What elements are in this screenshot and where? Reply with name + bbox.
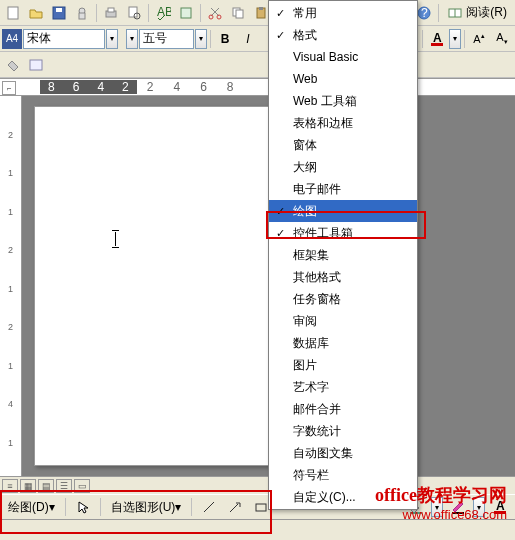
menu-item-21[interactable]: 符号栏 [269,464,417,486]
print-icon[interactable] [100,2,122,24]
separator [96,4,97,22]
autoshape-button[interactable]: 自选图形(U) ▾ [107,497,186,517]
separator [438,4,439,22]
line-color-dropdown-icon[interactable]: ▾ [473,497,485,517]
svg-rect-16 [259,7,263,10]
font-color-icon[interactable]: A [426,28,448,50]
menu-item-12[interactable]: 其他格式 [269,266,417,288]
check-icon: ✓ [269,205,291,218]
menu-item-label: 图片 [291,357,417,374]
font-color-dropdown-icon[interactable]: ▾ [449,29,461,49]
menu-item-18[interactable]: 邮件合并 [269,398,417,420]
menu-item-label: 常用 [291,5,417,22]
menu-item-19[interactable]: 字数统计 [269,420,417,442]
permission-icon[interactable] [71,2,93,24]
read-mode-button[interactable]: 阅读(R) [442,2,513,24]
menu-item-6[interactable]: 窗体 [269,134,417,156]
menu-item-4[interactable]: Web 工具箱 [269,90,417,112]
document-page[interactable] [34,106,294,466]
menu-item-16[interactable]: 图片 [269,354,417,376]
web-view-icon[interactable]: ▦ [20,479,36,493]
select-pointer-icon[interactable] [72,496,94,518]
drawing-toolbar: 绘图(D) ▾ 自选图形(U) ▾ ▾ ▾ A [0,494,515,520]
menu-item-7[interactable]: 大纲 [269,156,417,178]
menu-item-3[interactable]: Web [269,68,417,90]
grow-font-icon[interactable]: A▴ [468,28,490,50]
code-icon[interactable] [25,54,47,76]
copy-icon[interactable] [227,2,249,24]
font-indicator-icon: A4 [2,29,22,49]
menu-item-label: 任务窗格 [291,291,417,308]
menu-item-1[interactable]: ✓格式 [269,24,417,46]
menu-item-17[interactable]: 艺术字 [269,376,417,398]
font-size: 五号 [143,30,167,47]
svg-line-26 [204,502,214,512]
menu-item-22[interactable]: 自定义(C)... [269,486,417,508]
italic-icon[interactable]: I [237,28,259,50]
menu-item-2[interactable]: Visual Basic [269,46,417,68]
svg-rect-30 [452,512,464,514]
check-icon: ✓ [269,29,291,42]
svg-text:ABC: ABC [157,5,171,19]
menu-item-label: 绘图 [291,203,417,220]
reading-view-icon[interactable]: ▭ [74,479,90,493]
menu-item-15[interactable]: 数据库 [269,332,417,354]
spellcheck-icon[interactable]: ABC [152,2,174,24]
menu-item-11[interactable]: 框架集 [269,244,417,266]
menu-item-label: 艺术字 [291,379,417,396]
menu-item-9[interactable]: ✓绘图 [269,200,417,222]
standard-toolbar: ABC 100% ▾ ? 阅读(R) [0,0,515,26]
menu-item-label: 符号栏 [291,467,417,484]
new-doc-icon[interactable] [2,2,24,24]
print-view-icon[interactable]: ▤ [38,479,54,493]
ruler-corner-icon[interactable]: ⌐ [2,81,16,95]
size-dropdown-icon[interactable]: ▾ [195,29,207,49]
research-icon[interactable] [175,2,197,24]
outline-view-icon[interactable]: ☰ [56,479,72,493]
menu-item-20[interactable]: 自动图文集 [269,442,417,464]
line-tool-icon[interactable] [198,496,220,518]
menu-item-label: Visual Basic [291,50,417,64]
svg-rect-28 [256,504,266,511]
read-label: 阅读(R) [466,4,507,21]
menu-item-label: 其他格式 [291,269,417,286]
menu-item-0[interactable]: ✓常用 [269,2,417,24]
shrink-font-icon[interactable]: A▾ [491,28,513,50]
menu-item-label: 框架集 [291,247,417,264]
svg-rect-29 [410,512,422,514]
draw-menu-button[interactable]: 绘图(D) ▾ [4,497,59,517]
font-dropdown-icon[interactable]: ▾ [106,29,118,49]
text-cursor [115,232,116,246]
cut-icon[interactable] [204,2,226,24]
menu-item-14[interactable]: 审阅 [269,310,417,332]
svg-rect-14 [236,10,243,18]
menu-item-label: 自动图文集 [291,445,417,462]
style-dropdown-icon[interactable]: ▾ [126,29,138,49]
separator [191,498,192,516]
menu-item-label: 数据库 [291,335,417,352]
open-icon[interactable] [25,2,47,24]
menu-item-10[interactable]: ✓控件工具箱 [269,222,417,244]
toolbox-icon[interactable] [2,54,24,76]
check-icon: ✓ [269,7,291,20]
menu-item-label: 窗体 [291,137,417,154]
font-name-box[interactable]: 宋体 [23,29,105,49]
menu-item-label: Web 工具箱 [291,93,417,110]
svg-rect-6 [108,8,114,12]
font-size-box[interactable]: 五号 [139,29,194,49]
font-color-draw-icon[interactable]: A [489,496,511,518]
separator [148,4,149,22]
bold-icon[interactable]: B [214,28,236,50]
menu-item-13[interactable]: 任务窗格 [269,288,417,310]
work-area: 2 1 1 2 1 2 1 4 1 [0,96,515,476]
save-icon[interactable] [48,2,70,24]
normal-view-icon[interactable]: ≡ [2,479,18,493]
menu-item-8[interactable]: 电子邮件 [269,178,417,200]
print-preview-icon[interactable] [123,2,145,24]
menu-item-label: 字数统计 [291,423,417,440]
separator [65,498,66,516]
arrow-tool-icon[interactable] [224,496,246,518]
fill-color-dropdown-icon[interactable]: ▾ [431,497,443,517]
menu-item-5[interactable]: 表格和边框 [269,112,417,134]
line-color-icon[interactable] [447,496,469,518]
